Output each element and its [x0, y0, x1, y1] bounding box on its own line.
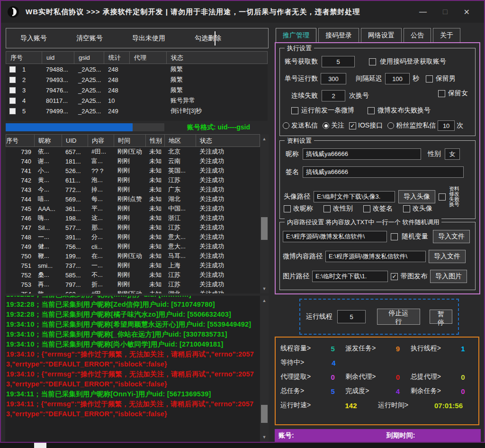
send-dm-radio[interactable] [283, 122, 289, 129]
tab-4[interactable]: 关于 [433, 28, 460, 42]
modify-checkbox[interactable] [403, 205, 410, 212]
scroll-up-icon[interactable]: ▲ [260, 135, 269, 143]
signature-input[interactable] [303, 166, 464, 178]
random-var-checkbox[interactable] [391, 233, 398, 240]
cell: 关注成功 [196, 166, 260, 175]
table-row[interactable]: 746嗨...198...这...刚刚未知浙江关注成功 [6, 213, 260, 223]
modify-checkbox[interactable] [363, 205, 370, 212]
column-header[interactable]: 地区 [165, 135, 196, 146]
pre-post-checkbox[interactable] [291, 107, 298, 114]
table-row[interactable]: 747Sil...577...那...刚刚未知江苏关注成功 [6, 223, 260, 232]
toolbar-item[interactable]: 导出未使用 [132, 34, 165, 43]
cell: 江苏 [164, 280, 196, 289]
table-row[interactable]: 179488..._2A25...248频繁 [6, 64, 268, 74]
table-row[interactable]: 743今...772...掉...刚刚未知广东关注成功 [6, 185, 260, 194]
interval-input[interactable] [385, 73, 410, 84]
gender-input[interactable] [445, 148, 460, 160]
table-row[interactable]: 749健...756...cli...刚刚未知意大...关注成功 [6, 242, 260, 251]
tab-0[interactable]: 推广管理 [276, 28, 316, 42]
row-checkbox[interactable] [9, 66, 16, 73]
table-row[interactable]: 745AAA...361...平...刚刚未知中国...关注成功 [6, 204, 260, 213]
scrollbar-thumb[interactable] [261, 217, 268, 240]
code-login-checkbox[interactable] [369, 58, 376, 65]
table-row[interactable]: 754敢...663...#田...刚刚互动未知湖北关注成功 [6, 289, 260, 293]
import-image-button[interactable]: 导入图片 [430, 270, 467, 283]
tab-1[interactable]: 接码登录 [318, 28, 359, 42]
column-header[interactable]: gsid [74, 52, 104, 64]
import-avatar-button[interactable]: 导入头像 [398, 190, 435, 203]
monitor-count-input[interactable] [438, 120, 455, 131]
scroll-down-icon[interactable]: ▼ [260, 285, 269, 293]
keep-male-checkbox[interactable] [426, 75, 433, 82]
table-row[interactable]: 480117..._2A25...10账号异常 [6, 95, 268, 106]
avatar-path-input[interactable] [314, 191, 395, 202]
stop-button[interactable]: 停止运行 [377, 309, 420, 325]
minimize-button[interactable]: — [419, 8, 427, 16]
scrollbar-thumb[interactable] [261, 405, 268, 423]
column-header[interactable]: 内容 [88, 135, 114, 146]
toolbar-item[interactable]: 清空账号 [76, 34, 103, 43]
column-header[interactable]: 状态 [196, 135, 260, 146]
ios-checkbox[interactable]: ✓ [349, 122, 356, 129]
accounts-table-body: 179488..._2A25...248频繁279493..._2A25...2… [6, 64, 268, 116]
column-header[interactable]: UID [62, 135, 88, 146]
profile-fail-switch-checkbox[interactable] [439, 193, 446, 201]
runs-input[interactable] [321, 73, 346, 84]
toolbar-item[interactable]: 导入账号 [20, 34, 47, 43]
row-checkbox[interactable] [9, 108, 16, 114]
scroll-down-icon[interactable]: ▼ [260, 433, 269, 441]
column-header[interactable]: 序号 [6, 135, 35, 146]
table-row[interactable]: 740谢...181...富...刚刚未知云南关注成功 [6, 156, 260, 166]
close-button[interactable]: ✕ [464, 8, 470, 17]
table-row[interactable]: 739依...657...#田...刚刚互动未知北京关注成功 [6, 147, 260, 156]
modify-checkbox[interactable] [323, 205, 331, 212]
table-row[interactable]: 752桑...585...不...刚刚未知江苏关注成功 [6, 270, 260, 280]
stat-label: 完成度> [345, 387, 385, 395]
collected-table-scrollbar[interactable]: ▲ ▼ [260, 134, 269, 293]
with-image-checkbox[interactable]: ✓ [391, 273, 398, 280]
keep-female-checkbox[interactable] [438, 90, 445, 97]
table-row[interactable]: 579499..._2A25...249倒计时[3]秒 [6, 106, 268, 116]
fail-input[interactable] [322, 90, 345, 101]
table-row[interactable]: 751smi...737...一...刚刚未知上海关注成功 [6, 261, 260, 270]
dm-content-path-input[interactable] [283, 231, 387, 242]
column-header[interactable]: 时间 [114, 135, 146, 146]
table-row[interactable]: 753再...797...折...刚刚未知江苏关注成功 [6, 280, 260, 289]
column-header[interactable]: 性别 [146, 135, 165, 146]
fans-monitor-radio[interactable] [387, 122, 394, 129]
weibo-content-path-input[interactable] [325, 251, 426, 262]
table-row[interactable]: 744喵...569...每...刚刚点赞未知湖北关注成功 [6, 194, 260, 204]
column-header[interactable]: 统计 [104, 52, 130, 64]
modify-checkbox[interactable] [284, 205, 291, 212]
table-row[interactable]: 279493..._2A25...248频繁 [6, 74, 268, 85]
taskbar-peek[interactable] [34, 443, 46, 448]
thread-count-input[interactable] [337, 310, 366, 323]
nickname-input[interactable] [303, 148, 421, 160]
scroll-up-icon[interactable]: ▲ [260, 297, 269, 304]
import-file-button[interactable]: 导入文件 [433, 230, 470, 243]
table-row[interactable]: 750鞭...199...在...刚刚互动未知马耳...关注成功 [6, 251, 260, 261]
post-fail-checkbox[interactable] [368, 107, 375, 114]
tab-2[interactable]: 网络设置 [361, 28, 402, 42]
follow-radio[interactable] [323, 122, 329, 129]
column-header[interactable]: uid [42, 52, 74, 64]
row-checkbox[interactable] [9, 87, 16, 93]
table-row[interactable]: 379476..._2A25...248频繁 [6, 85, 268, 95]
row-checkbox[interactable] [9, 77, 16, 83]
tab-3[interactable]: 公告 [404, 28, 431, 42]
row-checkbox[interactable] [9, 98, 16, 104]
toolbar-item[interactable]: 勾选删除 [195, 34, 221, 43]
column-header[interactable]: 昵称 [35, 135, 62, 146]
maximize-button[interactable]: □ [443, 8, 448, 16]
column-header[interactable]: 代理 [130, 52, 167, 64]
log-scrollbar[interactable]: ▲ ▼ [260, 296, 269, 442]
table-row[interactable]: 748一...391...分...刚刚未知意大...关注成功 [6, 232, 260, 242]
column-header[interactable]: 序号 [6, 52, 42, 64]
fetch-count-input[interactable] [322, 56, 355, 67]
column-header[interactable]: 状态 [167, 52, 267, 64]
image-path-input[interactable] [312, 271, 388, 282]
table-row[interactable]: 742黄...611...泡...刚刚未知江苏关注成功 [6, 175, 260, 185]
pause-button[interactable]: 暂停 [430, 310, 452, 324]
table-row[interactable]: 741小...526...?? ?刚刚未知英国...关注成功 [6, 166, 260, 175]
import-file-button-2[interactable]: 导入文件 [429, 250, 466, 263]
